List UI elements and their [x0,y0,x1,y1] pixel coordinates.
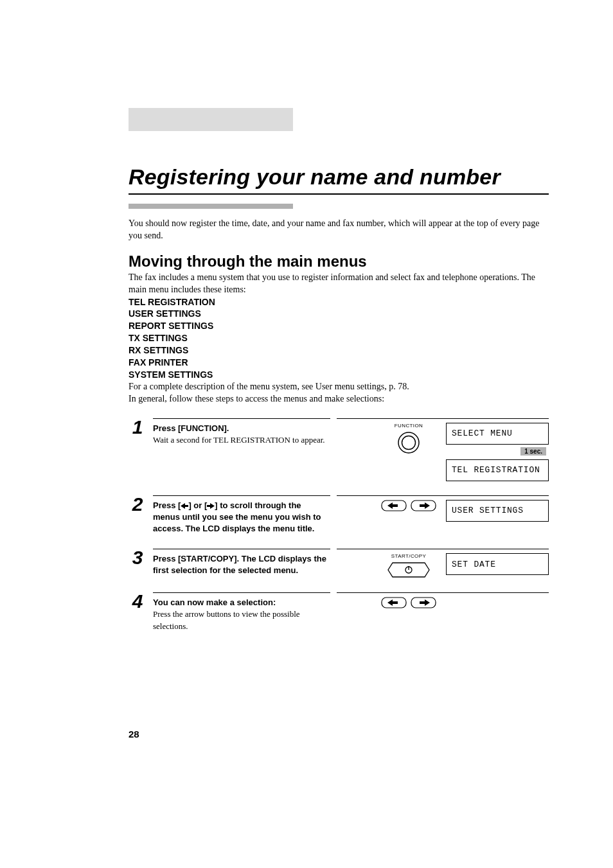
start-copy-button-column: START/COPY [380,553,437,578]
step-number: 3 [129,549,147,566]
start-copy-button-icon [387,562,430,578]
arrow-buttons-column [380,597,437,608]
title-underline [129,193,549,195]
header-accent-block [129,108,293,131]
svg-marker-3 [207,503,215,509]
menu-item: TEL REGISTRATION [129,296,549,308]
step-number: 4 [129,592,147,610]
lcd-display: SET DATE [446,553,549,575]
arrow-buttons-column [380,500,437,511]
function-button-icon [397,431,420,454]
step-4: 4 You can now make a selection: Press th… [129,592,549,632]
step-3: 3 Press [START/COPY]. The LCD displays t… [129,549,549,578]
step-text: Press [FUNCTION]. Wait a second for TEL … [153,418,330,446]
left-arrow-icon [181,503,188,509]
svg-point-1 [402,436,416,449]
steps-list: 1 Press [FUNCTION]. Wait a second for TE… [129,418,549,632]
section-description: The fax includes a menu system that you … [129,272,549,296]
delay-badge: 1 sec. [520,447,546,456]
menu-item: REPORT SETTINGS [129,320,549,332]
step-instruction-bold: You can now make a selection: [153,598,276,607]
step-instruction-plain: Press the arrow buttons to view the poss… [153,609,300,630]
lcd-column: USER SETTINGS [446,500,549,522]
left-arrow-button-icon [381,597,407,608]
left-arrow-button-icon [381,500,407,511]
menu-item: FAX PRINTER [129,357,549,369]
right-arrow-icon [207,503,215,509]
menu-item: USER SETTINGS [129,308,549,320]
section-heading: Moving through the main menus [129,252,549,270]
title-accent-bar [129,204,293,209]
page-title: Registering your name and number [129,164,549,190]
lcd-display: SELECT MENU [446,423,549,445]
lcd-display: USER SETTINGS [446,500,549,522]
menu-item: RX SETTINGS [129,344,549,357]
section-note-2: In general, follow these steps to access… [129,393,549,405]
lcd-display: TEL REGISTRATION [446,459,549,481]
lcd-column: SET DATE [446,553,549,575]
step-instruction-plain: Wait a second for TEL REGISTRATION to ap… [153,435,325,445]
step-instruction-bold: Press [] or [] to scroll through the men… [153,500,321,533]
intro-paragraph: You should now register the time, date, … [129,218,549,242]
function-button-column: FUNCTION [380,423,437,454]
section-note-1: For a complete description of the menu s… [129,381,549,393]
step-visual: FUNCTION SELECT MENU 1 sec. TEL REGISTRA… [337,418,549,481]
step-text: Press [START/COPY]. The LCD displays the… [153,549,330,576]
step-instruction-bold: Press [FUNCTION]. [153,423,229,433]
step-instruction-bold: Press [START/COPY]. The LCD displays the… [153,554,326,575]
main-menu-list: TEL REGISTRATION USER SETTINGS REPORT SE… [129,296,549,381]
button-label: FUNCTION [395,423,423,429]
page-number: 28 [129,729,139,740]
right-arrow-button-icon [411,597,436,608]
step-1: 1 Press [FUNCTION]. Wait a second for TE… [129,418,549,481]
step-visual: START/COPY SET DATE [337,549,549,578]
step-number: 1 [129,418,147,436]
step-text: Press [] or [] to scroll through the men… [153,495,330,535]
menu-item: SYSTEM SETTINGS [129,369,549,381]
step-visual: USER SETTINGS [337,495,549,522]
svg-marker-2 [181,503,188,509]
button-label: START/COPY [391,553,426,559]
step-text: You can now make a selection: Press the … [153,592,330,632]
right-arrow-button-icon [411,500,436,511]
lcd-column: SELECT MENU 1 sec. TEL REGISTRATION [446,423,549,481]
step-visual [337,592,549,608]
section-footer: For a complete description of the menu s… [129,381,549,405]
step-number: 2 [129,495,147,513]
menu-item: TX SETTINGS [129,332,549,344]
step-2: 2 Press [] or [] to scroll through the m… [129,495,549,535]
